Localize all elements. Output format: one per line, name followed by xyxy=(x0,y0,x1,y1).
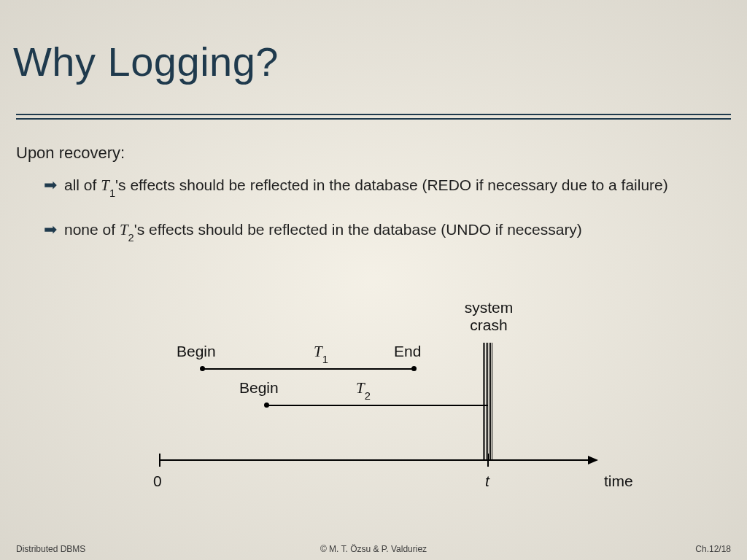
time-axis xyxy=(159,459,589,461)
t2-label: T2 xyxy=(356,379,371,399)
bullet-list: ➡ all of T1's effects should be reflecte… xyxy=(44,175,725,265)
axis-zero-label: 0 xyxy=(153,472,162,490)
footer-right: Ch.12/18 xyxy=(695,544,731,554)
t1-end-dot xyxy=(411,366,417,371)
t1-begin-label: Begin xyxy=(177,343,216,360)
t2-line xyxy=(266,405,487,406)
t2-begin-label: Begin xyxy=(239,379,279,397)
timeline-diagram: system crash Begin T1 End Begin T2 0 t t… xyxy=(109,299,635,503)
lead-text: Upon recovery: xyxy=(16,144,125,163)
crash-label: system crash xyxy=(445,299,533,334)
footer-left: Distributed DBMS xyxy=(16,544,85,554)
footer: Distributed DBMS © M. T. Özsu & P. Valdu… xyxy=(16,544,731,554)
bullet-2: ➡ none of T2's effects should be reflect… xyxy=(44,219,725,242)
footer-center: © M. T. Özsu & P. Valduriez xyxy=(320,544,427,554)
axis-t-tick xyxy=(487,454,489,467)
t1-label: T1 xyxy=(314,343,328,362)
t1-end-label: End xyxy=(394,343,421,360)
bullet-1: ➡ all of T1's effects should be reflecte… xyxy=(44,175,725,198)
axis-time-label: time xyxy=(604,472,633,490)
t1-line xyxy=(202,368,414,370)
arrow-icon: ➡ xyxy=(44,219,57,242)
slide-title: Why Logging? xyxy=(13,38,279,85)
crash-marker xyxy=(483,343,493,459)
axis-t-label: t xyxy=(485,472,489,490)
title-underline xyxy=(16,114,731,120)
axis-arrowhead-icon xyxy=(588,456,598,464)
bullet-2-text: none of T2's effects should be reflected… xyxy=(64,219,582,242)
bullet-1-text: all of T1's effects should be reflected … xyxy=(64,175,668,198)
arrow-icon: ➡ xyxy=(44,175,57,198)
